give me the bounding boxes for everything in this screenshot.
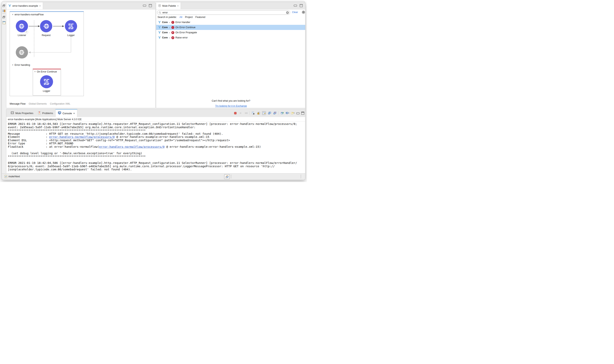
editor-tab-title: error-handlers-example [13,4,38,7]
mule-logo-icon [158,36,161,39]
console-log-line: Message : HTTP GET on resource 'http://j… [8,132,304,135]
scope-node-logger[interactable]: LOG [40,75,53,88]
toolbar-separator [278,111,279,115]
console-tab-close-icon[interactable]: × [73,112,75,115]
collapse-triangle-icon[interactable]: ▼ [12,64,14,66]
node-label: Logger [62,34,80,37]
on-error-continue-scope[interactable]: ▼On Error Continue LOG Logger [33,69,61,95]
editor-tab[interactable]: error-handlers-example × [6,2,43,9]
console-link[interactable]: error-handlers-normalFlow/processors/0 [99,145,165,148]
restore-views-icon[interactable] [2,4,5,7]
console-log-line: Element : error-handlers-normalFlow/proc… [8,135,304,139]
mule-logo-icon [158,21,161,24]
palette-gear-icon[interactable] [302,11,305,15]
flow-node-logger[interactable]: LOG [65,20,77,32]
minimize-icon[interactable] [294,5,297,6]
maximize-icon[interactable] [300,4,303,7]
flow-container[interactable]: ▼error-handlers-normalFlow [10,12,84,96]
editor-tabbar: error-handlers-example × [6,2,155,10]
palette-item-on-error-propagate[interactable]: Core › ↱ On Error Propagate [156,30,305,35]
tab-problems[interactable]: Problems [36,109,55,117]
collapse-triangle-icon[interactable]: ▼ [34,71,36,73]
restore-views-icon-2[interactable] [2,15,5,19]
palette-item-on-error-continue[interactable]: Core › → On Error Continue [156,25,305,30]
word-wrap-icon[interactable] [262,111,266,115]
palette-footer-question: Can't find what you are looking for? [212,100,250,102]
editor-panel: error-handlers-example × ▼error-handlers… [6,2,156,108]
console-minimize-icon[interactable] [296,113,300,114]
filter-all[interactable]: All [179,16,182,18]
console-log-line: event: 2a95eaa1-5a9f-11eb-b96f-a483e7abe… [8,126,304,129]
console-maximize-icon[interactable] [301,112,304,115]
outline-view-icon[interactable] [2,21,5,24]
palette-searchbox[interactable]: × [157,10,290,15]
palette-menu-icon [158,4,161,8]
filter-featured[interactable]: Featured [195,16,205,18]
on-error-continue-icon: → [171,26,174,29]
filter-label: Search in palette: [158,16,177,18]
exchange-link[interactable]: Try looking for it in Exchange [215,104,247,107]
tab-message-flow[interactable]: Message Flow [10,103,26,105]
maximize-icon[interactable] [149,4,152,7]
strip-separator [2,13,5,14]
flow-title[interactable]: ▼error-handlers-normalFlow [12,13,43,16]
editor-tab-close-icon[interactable]: × [39,4,41,7]
svg-text:LOG: LOG [69,26,73,27]
palette-tab-title: Mule Palette [162,4,176,7]
show-console-on-output-icon[interactable] [268,111,271,115]
console-log-line: 0/processors/0; event: 2a95eaa1-5a9f-11e… [8,165,304,168]
console-log-line: Error type : HTTP:NOT_FOUND [8,142,304,145]
clear-search-icon[interactable]: × [286,11,289,14]
raise-error-icon: ↗ [171,36,174,39]
palette-item-raise-error[interactable]: Core › ↗ Raise error [156,35,305,40]
show-console-on-error-icon[interactable] [273,111,277,115]
svg-text:LOG: LOG [45,81,48,83]
console-log-line: ****************************************… [8,129,304,132]
tab-global-elements[interactable]: Global Elements [29,103,47,105]
console-log-line: Element DSL : <http:request method="GET"… [8,139,304,142]
open-console-icon[interactable]: ▾ [291,111,295,115]
app-window: error-handlers-example × ▼error-handlers… [1,1,305,180]
search-input[interactable] [162,11,281,14]
node-label: Listener [13,34,31,37]
remove-all-launches-icon[interactable]: ✕✕ [244,111,248,115]
tab-mule-properties[interactable]: Mule Properties [8,109,36,117]
node-label: Logger [38,90,55,92]
flow-node-request[interactable] [40,20,52,32]
console-log-line: ****************************************… [8,155,304,158]
statusbar-grip[interactable] [231,175,232,178]
listener-exchange-chip: ⇄ [25,30,28,34]
flow-node-response[interactable] [16,46,28,58]
clear-console-icon[interactable] [251,111,255,115]
scroll-lock-icon[interactable] [257,111,260,115]
remove-launch-icon[interactable]: ✕ [239,111,242,115]
pin-console-icon[interactable] [280,111,284,115]
tab-configuration-xml[interactable]: Configuration XML [50,103,70,105]
left-view-strip [2,1,6,108]
palette-search-row: × Clear [157,10,305,14]
palette-tab[interactable]: Mule Palette × [156,2,181,9]
console-link[interactable]: error-handlers-normalFlow/processors/0 [49,135,115,139]
clear-link[interactable]: Clear [292,11,298,13]
statusbar-grip-right[interactable] [301,175,301,178]
minimize-icon[interactable] [143,5,146,6]
statusbar-path: mule/#text [9,175,20,178]
collapse-triangle-icon[interactable]: ▼ [12,13,14,15]
console-log-line: FlowStack : at error-handlers-normalFlow… [8,145,304,148]
display-selected-console-icon[interactable]: ▾ [286,111,289,115]
tab-console[interactable]: Console × [55,109,77,117]
terminate-icon[interactable] [233,111,237,115]
palette-tab-close-icon[interactable]: × [177,4,179,7]
palette-item-label: Raise error [176,36,188,39]
console-tabbar: Mule Properties Problems Console × ✕ ✕✕ [6,109,305,117]
scope-title[interactable]: ▼On Error Continue [34,70,57,73]
palette-panel: Mule Palette × × Clear Search in palette… [156,2,305,108]
palette-window-buttons [294,4,303,7]
error-handling-header[interactable]: ▼Error handling [12,64,30,66]
http-request-icon [42,23,50,30]
document-icon [4,175,7,179]
palette-item-error-handler[interactable]: Core › ! Error Handler [156,20,305,25]
filter-project[interactable]: Project [185,16,193,18]
package-explorer-icon[interactable] [2,9,5,13]
launch-indicator-button[interactable] [224,174,230,179]
